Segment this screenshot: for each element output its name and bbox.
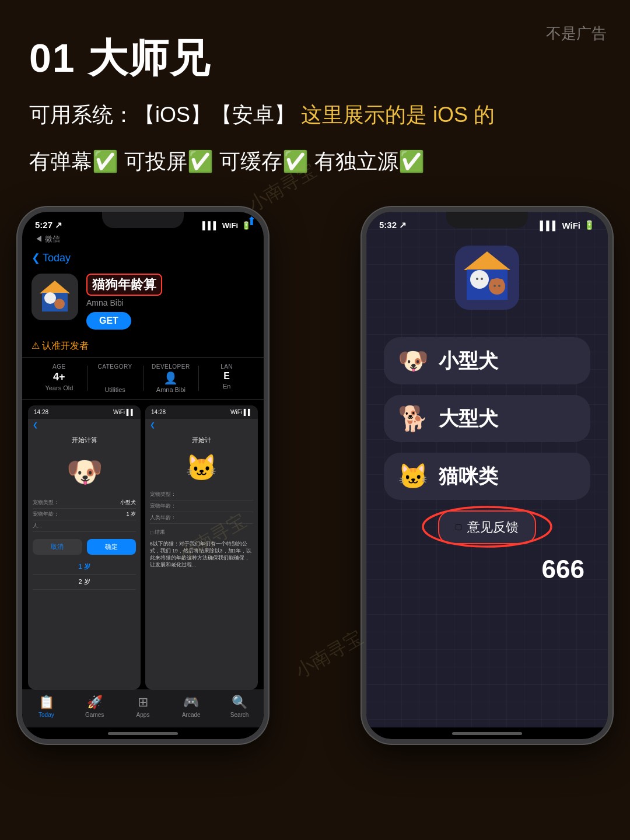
home-indicator-left [22, 727, 264, 739]
stat-dev-sub: Amna Bibi [144, 386, 199, 393]
ss1-dog: 🐶 [28, 449, 141, 495]
feedback-container: □ 意见反馈 [384, 510, 590, 544]
ss1-fields: 宠物类型： 小型犬 宠物年龄： 1 岁 人... [28, 495, 141, 534]
stat-age-sub: Years Old [32, 384, 87, 391]
ss1-field-petage: 宠物年龄： 1 岁 [33, 509, 136, 520]
ss2-time: 14:28 [151, 409, 166, 415]
app-details: 猫狗年龄算 Amna Bibi GET ⬆ [86, 274, 254, 330]
screenshots-area: 14:28 WiFi ▌▌ ❮ 开始计算 🐶 宠物类型： [22, 400, 264, 690]
ss1-chevron: ❮ [33, 421, 38, 429]
tab-search-label: Search [230, 712, 249, 718]
warning-text: ⚠ 认准开发者 [32, 340, 89, 352]
option-small-dog[interactable]: 🐶 小型犬 [384, 337, 590, 384]
stat-lang-sub: En [199, 383, 254, 390]
option-large-dog[interactable]: 🐕 大型犬 [384, 395, 590, 442]
ss2-human-label: 人类年龄： [150, 514, 176, 522]
ss2-field-petage: 宠物年龄： [150, 501, 253, 512]
svg-point-18 [481, 278, 483, 280]
screenshot-1-inner: 14:28 WiFi ▌▌ ❮ 开始计算 🐶 宠物类型： [28, 405, 141, 690]
tab-bar: 📋 Today 🚀 Games ⊞ Apps 🎮 Arcade [22, 690, 264, 727]
ss1-age-1[interactable]: 1 岁 [33, 559, 136, 575]
svg-point-23 [494, 285, 496, 287]
wifi-right: WiFi [562, 220, 580, 230]
ss2-title: 开始计 [145, 431, 258, 449]
back-nav[interactable]: ❮ Today [22, 248, 264, 268]
stat-language: LAN E En [199, 363, 254, 393]
ss2-result-icon: □ [150, 530, 153, 536]
header: 01 大师兄 可用系统：【iOS】【安卓】 这里展示的是 iOS 的 有弹幕✅ … [0, 0, 630, 190]
ss2-pettype-label: 宠物类型： [150, 491, 176, 498]
small-dog-label: 小型犬 [439, 348, 498, 374]
app-info: 猫狗年龄算 Amna Bibi GET ⬆ [22, 268, 264, 335]
left-phone-screen: 5:27 ↗ ▌▌▌ WiFi 🔋 ◀ 微信 ❮ Today [22, 212, 264, 739]
stat-cat-label: CATEGORY [88, 363, 143, 370]
ss1-wifi: WiFi ▌▌ [113, 409, 135, 415]
app-stats: AGE 4+ Years Old CATEGORY ⊞ Utilities DE… [22, 357, 264, 400]
subtitle-systems: 可用系统：【iOS】【安卓】 这里展示的是 iOS 的 [29, 98, 601, 132]
tab-search[interactable]: 🔍 Search [215, 695, 264, 718]
svg-point-6 [46, 294, 54, 302]
status-icons-right: ▌▌▌ WiFi 🔋 [540, 220, 595, 230]
home-bar-left [108, 732, 178, 735]
ss2-field-human: 人类年龄： [150, 512, 253, 524]
ss2-cat: 🐱 [145, 449, 258, 487]
ss1-field-humana: 人... [33, 520, 136, 532]
cat-label: 猫咪类 [439, 463, 498, 490]
tab-apps-label: Apps [136, 712, 150, 718]
subtitle-text: 可用系统：【iOS】【安卓】 [29, 103, 295, 127]
app-content: 🐶 小型犬 🐕 大型犬 🐱 猫咪类 □ [366, 234, 608, 727]
wifi-icon: WiFi [222, 221, 238, 230]
ss2-field-pettype: 宠物类型： [150, 489, 253, 501]
stat-dev-icon: 👤 [144, 371, 199, 385]
ss2-wifi: WiFi ▌▌ [230, 409, 252, 415]
right-phone: 5:32 ↗ ▌▌▌ WiFi 🔋 [362, 207, 612, 744]
ss1-cancel-btn[interactable]: 取消 [33, 539, 82, 555]
screenshot-2: 14:28 WiFi ▌▌ ❮ 开始计 🐱 宠物类型： [145, 405, 258, 690]
tab-arcade[interactable]: 🎮 Arcade [167, 695, 215, 718]
phones-container: 5:27 ↗ ▌▌▌ WiFi 🔋 ◀ 微信 ❮ Today [0, 190, 630, 744]
option-cat[interactable]: 🐱 猫咪类 [384, 453, 590, 500]
ss1-petage-label: 宠物年龄： [33, 510, 59, 518]
svg-point-17 [476, 278, 478, 280]
ss1-nav: ❮ [28, 419, 141, 431]
svg-point-16 [473, 274, 486, 286]
feedback-button[interactable]: □ 意见反馈 [438, 510, 536, 544]
svg-point-7 [54, 299, 65, 309]
status-time-right: 5:32 ↗ [379, 220, 407, 230]
ss1-petage-value: 1 岁 [126, 510, 136, 518]
status-icons-left: ▌▌▌ WiFi 🔋 [202, 221, 251, 230]
ss1-age-2[interactable]: 2 岁 [33, 575, 136, 590]
feedback-text: 意见反馈 [467, 519, 519, 536]
ss1-buttons: 取消 确定 [28, 534, 141, 559]
tab-apps[interactable]: ⊞ Apps [119, 695, 167, 718]
app-icon [32, 274, 78, 320]
stat-dev-label: DEVELOPER [144, 363, 199, 370]
app-name-text: 猫狗年龄算 [92, 277, 156, 292]
ss1-pettype-label: 宠物类型： [33, 499, 59, 506]
tab-games-label: Games [85, 712, 104, 718]
app-name-box: 猫狗年龄算 [86, 274, 162, 296]
small-dog-emoji: 🐶 [398, 346, 428, 375]
svg-point-9 [60, 300, 64, 304]
ss2-result-label: 结果 [155, 528, 165, 536]
screenshot-2-inner: 14:28 WiFi ▌▌ ❮ 开始计 🐱 宠物类型： [145, 405, 258, 690]
today-icon: 📋 [38, 695, 54, 710]
ss1-human-label: 人... [33, 522, 43, 530]
ss1-pettype-value: 小型犬 [120, 499, 136, 506]
tab-games[interactable]: 🚀 Games [71, 695, 119, 718]
ss2-fields: 宠物类型： 宠物年龄： 人类年龄： [145, 487, 258, 526]
ss1-confirm-btn[interactable]: 确定 [87, 539, 136, 555]
get-button[interactable]: GET [86, 312, 131, 330]
share-icon[interactable]: ⬆ [247, 214, 257, 228]
signal-icon: ▌▌▌ [202, 221, 219, 230]
ss2-petage-label: 宠物年龄： [150, 502, 176, 510]
stat-cat-sub: Utilities [88, 386, 143, 393]
phone-notch-right [446, 212, 528, 228]
stat-category: CATEGORY ⊞ Utilities [88, 363, 143, 393]
stat-age-label: AGE [32, 363, 87, 370]
ss1-field-pettype: 宠物类型： 小型犬 [33, 497, 136, 509]
status-time-left: 5:27 ↗ [35, 220, 62, 230]
right-phone-screen: 5:32 ↗ ▌▌▌ WiFi 🔋 [366, 212, 608, 739]
tab-today[interactable]: 📋 Today [22, 695, 71, 718]
cat-emoji: 🐱 [398, 462, 428, 491]
